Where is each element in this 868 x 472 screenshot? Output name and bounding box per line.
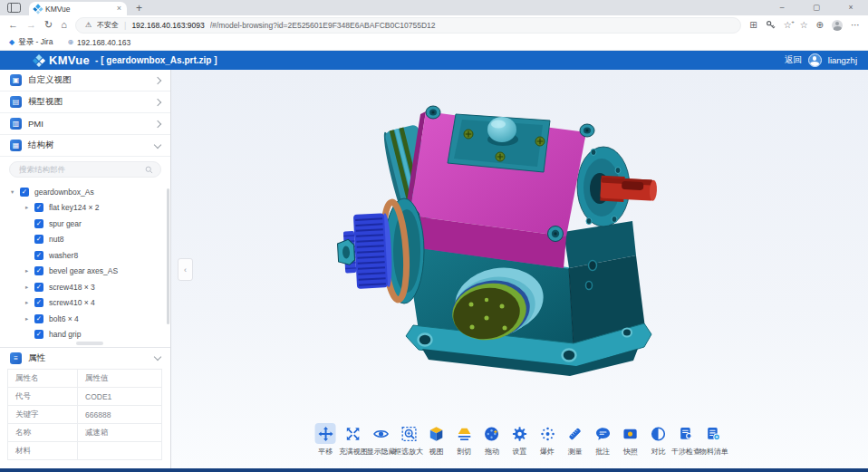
toolbar-icon	[345, 426, 362, 442]
tree-item[interactable]: hand grip	[0, 327, 170, 343]
toolbar-item-section[interactable]: 剖切	[450, 423, 478, 457]
tree-item[interactable]: ▸ screw418 × 3	[0, 279, 170, 295]
tree-checkbox[interactable]	[34, 298, 43, 307]
toolbar-item-pan[interactable]: 平移	[312, 423, 340, 457]
search-input[interactable]	[17, 164, 145, 175]
browser-profile-avatar[interactable]	[832, 20, 843, 31]
toolbar-item-compare[interactable]: 对比	[644, 423, 672, 457]
part-spur-gear-blue[interactable]	[336, 213, 393, 290]
toolbar-item-measure[interactable]: 测量	[561, 423, 589, 457]
favorites-icon[interactable]: ☆	[800, 21, 808, 30]
toolbar-item-snapshot[interactable]: 快照	[617, 423, 645, 457]
tree-checkbox[interactable]	[34, 283, 43, 292]
sidebar-section-model-views[interactable]: ▤ 模型视图	[0, 92, 170, 113]
toolbar-item-label: 爆炸	[540, 447, 555, 457]
part-input-gear-assembly[interactable]	[336, 198, 424, 303]
bookmark-server[interactable]: ⊕ 192.168.40.163	[67, 38, 130, 47]
tree-caret-icon[interactable]: ▸	[25, 284, 34, 291]
structure-search-box[interactable]	[9, 161, 161, 178]
chevron-icon	[154, 76, 161, 83]
toolbar-item-drag[interactable]: 拖动	[478, 423, 506, 457]
tree-checkbox[interactable]	[34, 203, 43, 212]
toolbar-item-bom[interactable]: 物料清单	[699, 423, 728, 457]
toolbar-item-annotate[interactable]: 批注	[589, 423, 617, 457]
tree-checkbox[interactable]	[34, 314, 43, 323]
refresh-icon[interactable]: ↻	[44, 20, 53, 30]
tree-item[interactable]: spur gear	[0, 216, 170, 232]
model-3d-gearbox[interactable]	[335, 87, 716, 422]
globe-favicon: ⊕	[67, 39, 73, 46]
address-bar[interactable]: ⚠ 不安全 | 192.168.40.163:9093 /#/model-bro…	[75, 17, 741, 34]
section-label: 自定义视图	[28, 74, 72, 86]
back-icon[interactable]: ←	[8, 20, 18, 30]
tree-checkbox[interactable]	[20, 188, 29, 197]
home-icon[interactable]: ⌂	[61, 20, 67, 30]
tree-item-label: hand grip	[49, 330, 81, 339]
tree-item[interactable]: ▾ geardownbox_As	[0, 184, 170, 200]
properties-header[interactable]: ≡ 属性	[0, 348, 170, 368]
window-minimize-button[interactable]: –	[765, 0, 799, 15]
toolbar-item-explode[interactable]: 爆炸	[534, 423, 562, 457]
tree-caret-icon[interactable]: ▸	[25, 315, 34, 323]
section-label: 结构树	[28, 140, 54, 151]
toolbar-item-label: 对比	[651, 447, 665, 457]
jira-favicon: ◆	[9, 39, 14, 46]
sidebar-section-custom-views[interactable]: ▣ 自定义视图	[0, 70, 170, 92]
window-close-button[interactable]: ×	[834, 0, 868, 15]
sidebar-section-structure-tree[interactable]: ▦ 结构树	[0, 135, 170, 157]
back-link[interactable]: 返回	[785, 54, 802, 66]
sidebar-sections: ▣ 自定义视图 ▤ 模型视图 ▥ PMI ▦ 结构树	[0, 70, 170, 157]
tree-item[interactable]: ▸ bolt6 × 4	[0, 311, 170, 327]
toolbar-item-fit-view[interactable]: 充满视图	[340, 423, 368, 457]
new-tab-button[interactable]: +	[136, 3, 142, 14]
tab-close-icon[interactable]: ×	[117, 5, 121, 13]
add-favorite-icon[interactable]: ☆+	[784, 21, 792, 30]
part-output-shaft-red[interactable]	[600, 176, 657, 204]
tree-caret-icon[interactable]: ▾	[11, 188, 20, 196]
tree-checkbox[interactable]	[34, 219, 43, 228]
password-key-icon[interactable]	[766, 20, 776, 30]
toolbar-item-label: 视图	[429, 447, 444, 457]
toolbar-item-view[interactable]: 视图	[422, 423, 450, 457]
property-value-column: 属性值	[78, 370, 162, 388]
toolbar-item-show-hide[interactable]: 显示隐藏	[367, 423, 395, 457]
tree-caret-icon[interactable]: ▸	[25, 267, 34, 275]
browser-tab[interactable]: KMVue ×	[29, 2, 127, 15]
sidebar: ▣ 自定义视图 ▤ 模型视图 ▥ PMI ▦ 结构树	[0, 70, 171, 468]
sidebar-collapse-button[interactable]: ‹	[178, 258, 193, 281]
tree-item[interactable]: ▸ flat key124 × 2	[0, 200, 170, 217]
tree-item[interactable]: ▸ bevel gear axes_AS	[0, 264, 170, 280]
tree-caret-icon[interactable]: ▸	[25, 299, 34, 306]
toolbar-item-box-zoom[interactable]: 框选放大	[395, 423, 423, 457]
tree-checkbox[interactable]	[34, 266, 43, 275]
tree-checkbox[interactable]	[34, 235, 43, 244]
part-top-plate[interactable]	[448, 114, 550, 172]
toolbar-item-label: 批注	[595, 447, 610, 457]
vertical-scrollbar-thumb[interactable]	[167, 188, 169, 324]
bookmark-jira[interactable]: ◆ 登录 - Jira	[9, 37, 53, 48]
tree-checkbox[interactable]	[34, 330, 43, 339]
toolbar-icon	[456, 426, 472, 442]
properties-table-header: 属性名 属性值	[8, 370, 162, 388]
viewer-canvas[interactable]: ‹	[171, 70, 868, 468]
horizontal-scrollbar-thumb[interactable]	[76, 342, 103, 345]
app-launcher-icon[interactable]: ⊞	[749, 21, 757, 30]
tree-item[interactable]: nut8	[0, 232, 170, 248]
more-menu-icon[interactable]: ⋯	[851, 21, 860, 30]
tree-caret-icon[interactable]: ▸	[25, 204, 34, 211]
workspaces-icon[interactable]	[7, 3, 21, 13]
sidebar-section-pmi[interactable]: ▥ PMI	[0, 113, 170, 135]
collections-icon[interactable]: ⊕	[816, 21, 824, 30]
user-avatar[interactable]	[808, 53, 822, 67]
tree-item[interactable]: ▸ screw410 × 4	[0, 295, 170, 312]
toolbar-item-interference-check[interactable]: 干涉检查	[672, 423, 700, 457]
tree-checkbox[interactable]	[34, 251, 43, 260]
forward-icon[interactable]: →	[26, 20, 36, 30]
toolbar-item-label: 充满视图	[339, 447, 368, 457]
toolbar-icon	[400, 426, 417, 442]
section-icon: ▦	[10, 140, 22, 151]
toolbar-item-settings[interactable]: 设置	[506, 423, 534, 457]
tree-item[interactable]: washer8	[0, 247, 170, 264]
window-maximize-button[interactable]: ▢	[799, 0, 834, 15]
tree-item-label: geardownbox_As	[34, 188, 94, 197]
